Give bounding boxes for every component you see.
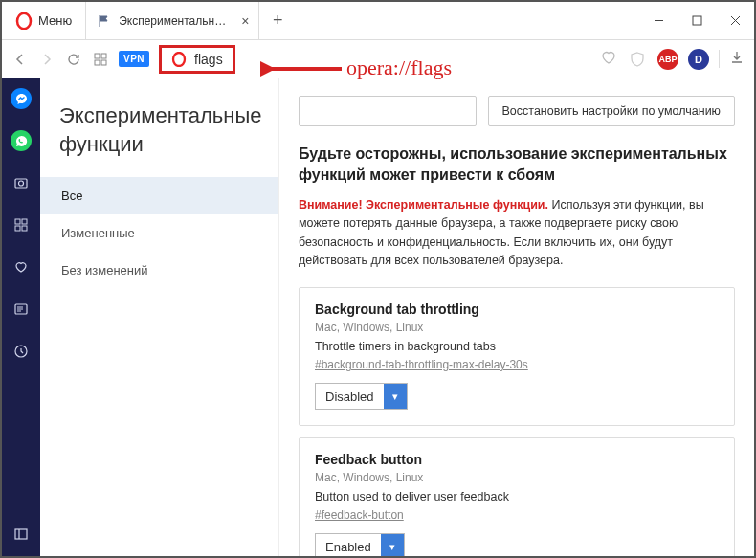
flag-card: Background tab throttling Mac, Windows, …: [299, 287, 735, 426]
reload-button[interactable]: [65, 51, 82, 68]
news-sidebar-icon[interactable]: [11, 299, 32, 320]
leftnav-all[interactable]: Все: [40, 177, 278, 214]
flag-select[interactable]: Enabled ▾: [315, 533, 405, 558]
titlebar: Меню Экспериментальные функ × +: [2, 2, 754, 40]
maximize-button[interactable]: [678, 2, 716, 39]
menu-label: Меню: [38, 13, 72, 28]
leftnav-unmodified[interactable]: Без изменений: [40, 252, 278, 289]
url-field[interactable]: [245, 47, 590, 72]
flag-select[interactable]: Disabled ▾: [315, 383, 408, 410]
adblock-plus-icon[interactable]: ABP: [657, 49, 678, 70]
window-controls: [639, 2, 754, 39]
panel-toggle-icon[interactable]: [11, 524, 32, 545]
warning-heading: Будьте осторожны, использование эксперим…: [299, 144, 735, 187]
flag-select-value: Enabled: [316, 540, 381, 554]
search-input[interactable]: [299, 96, 477, 126]
opera-logo-icon: [15, 12, 33, 30]
forward-button[interactable]: [38, 51, 56, 68]
warning-paragraph: Внимание! Экспериментальные функции. Исп…: [299, 196, 735, 271]
speed-dial-sidebar-icon[interactable]: [11, 214, 32, 235]
flag-platforms: Mac, Windows, Linux: [315, 471, 719, 484]
chevron-down-icon: ▾: [381, 534, 404, 558]
whatsapp-icon[interactable]: [11, 130, 32, 151]
flag-select-value: Disabled: [316, 390, 384, 404]
flag-title: Feedback button: [315, 452, 719, 467]
warning-red-label: Внимание! Экспериментальные функции.: [299, 198, 548, 212]
flag-card: Feedback button Mac, Windows, Linux Butt…: [299, 437, 735, 558]
new-tab-button[interactable]: +: [259, 2, 296, 39]
svg-rect-15: [15, 529, 27, 539]
chevron-down-icon: ▾: [384, 384, 407, 409]
close-tab-icon[interactable]: ×: [241, 14, 249, 28]
svg-rect-5: [101, 60, 106, 65]
flag-description: Throttle timers in background tabs: [315, 340, 719, 353]
flag-title: Background tab throttling: [315, 301, 719, 317]
svg-rect-7: [15, 179, 27, 188]
leftnav-modified[interactable]: Измененные: [40, 214, 278, 252]
url-highlight-box: flags: [159, 45, 235, 74]
top-row: Восстановить настройки по умолчанию: [299, 96, 735, 126]
messenger-icon[interactable]: [11, 88, 32, 109]
heart-sidebar-icon[interactable]: [11, 257, 32, 278]
svg-point-6: [173, 53, 185, 66]
bookmark-heart-icon[interactable]: [600, 49, 617, 69]
svg-rect-2: [95, 54, 100, 58]
tab-active[interactable]: Экспериментальные функ ×: [85, 2, 259, 39]
svg-rect-12: [22, 226, 27, 231]
main-area: Экспериментальные функции Все Измененные…: [2, 78, 754, 558]
flag-hashtag-link[interactable]: #background-tab-throttling-max-delay-30s: [315, 358, 528, 371]
close-window-button[interactable]: [716, 2, 754, 39]
flag-description: Button used to deliver user feedback: [315, 490, 719, 503]
sidebar-panel: [2, 78, 40, 558]
svg-rect-9: [15, 219, 20, 224]
reset-defaults-button[interactable]: Восстановить настройки по умолчанию: [488, 96, 735, 126]
extension-d-icon[interactable]: D: [688, 49, 709, 70]
opera-o-icon: [171, 52, 187, 67]
opera-menu-button[interactable]: Меню: [2, 2, 85, 39]
svg-rect-1: [693, 16, 701, 25]
downloads-icon[interactable]: [719, 50, 745, 68]
tab-title: Экспериментальные функ: [119, 14, 233, 28]
page-title: Экспериментальные функции: [40, 78, 278, 177]
flags-left-nav: Экспериментальные функции Все Измененные…: [40, 78, 279, 558]
svg-point-8: [19, 181, 24, 186]
svg-rect-10: [22, 219, 27, 224]
speed-dial-button[interactable]: [92, 51, 109, 68]
history-sidebar-icon[interactable]: [11, 341, 32, 362]
svg-point-0: [17, 12, 31, 28]
flags-content: Восстановить настройки по умолчанию Будь…: [279, 78, 754, 558]
minimize-button[interactable]: [639, 2, 678, 39]
browser-window: Меню Экспериментальные функ × + VPN flag…: [0, 0, 756, 558]
flag-platforms: Mac, Windows, Linux: [315, 321, 719, 334]
flag-hashtag-link[interactable]: #feedback-button: [315, 508, 404, 522]
vpn-badge[interactable]: VPN: [119, 51, 149, 67]
flag-icon: [98, 14, 111, 28]
url-text[interactable]: flags: [194, 52, 223, 67]
camera-icon[interactable]: [11, 172, 32, 193]
shield-icon[interactable]: [627, 49, 648, 70]
back-button[interactable]: [11, 51, 29, 68]
svg-rect-11: [15, 226, 20, 231]
address-bar: VPN flags ABP D: [2, 40, 754, 78]
svg-rect-4: [95, 60, 100, 65]
svg-rect-3: [101, 54, 106, 58]
